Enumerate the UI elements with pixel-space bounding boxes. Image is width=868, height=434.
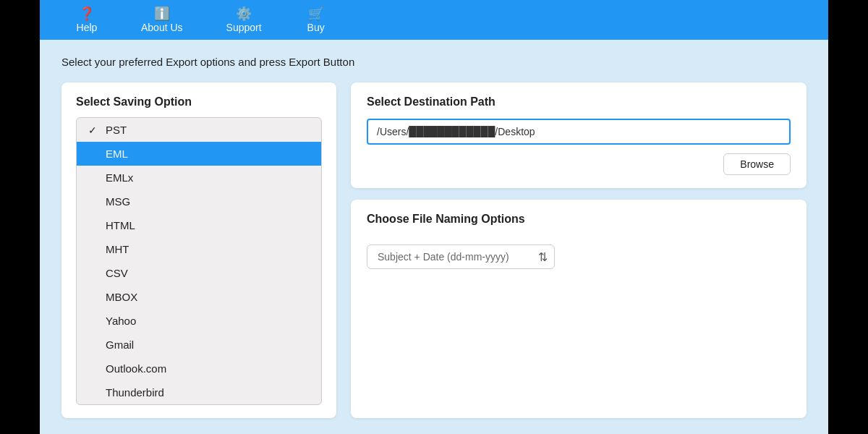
saving-option-csv[interactable]: CSV (77, 261, 321, 285)
panels-row: Select Saving Option ✓PSTEMLEMLxMSGHTMLM… (61, 82, 807, 418)
nav-label-help: Help (77, 22, 98, 33)
browse-button[interactable]: Browse (723, 153, 791, 175)
saving-options-list: ✓PSTEMLEMLxMSGHTMLMHTCSVMBOXYahooGmailOu… (76, 117, 322, 405)
check-mark-icon: ✓ (88, 124, 100, 136)
nav-label-support: Support (226, 22, 262, 33)
nav-item-about-us[interactable]: ℹ️ About Us (119, 3, 205, 38)
export-instruction: Select your preferred Export options and… (61, 56, 807, 68)
saving-option-mbox[interactable]: MBOX (77, 285, 321, 309)
support-icon: ⚙️ (236, 7, 252, 20)
option-label: Outlook.com (106, 362, 166, 375)
saving-option-title: Select Saving Option (76, 95, 322, 109)
nav-item-support[interactable]: ⚙️ Support (205, 3, 284, 38)
saving-option-thunderbird[interactable]: Thunderbird (77, 380, 321, 404)
saving-option-mht[interactable]: MHT (77, 237, 321, 261)
option-label: MHT (106, 243, 129, 255)
right-panels: Select Destination Path Browse Choose Fi… (351, 82, 807, 418)
nav-label-buy: Buy (307, 22, 325, 33)
nav-item-buy[interactable]: 🛒 Buy (284, 3, 349, 38)
nav-item-help[interactable]: ❓ Help (54, 3, 119, 38)
nav-label-about-us: About Us (141, 22, 183, 33)
destination-title: Select Destination Path (367, 95, 791, 109)
option-label: HTML (106, 219, 135, 231)
top-nav: ❓ Help ℹ️ About Us ⚙️ Support 🛒 Buy (40, 0, 828, 40)
about-icon: ℹ️ (154, 7, 170, 20)
saving-option-yahoo[interactable]: Yahoo (77, 309, 321, 333)
path-input-row: Browse (367, 119, 791, 175)
naming-title: Choose File Naming Options (367, 213, 791, 226)
buy-icon: 🛒 (308, 7, 324, 20)
option-label: CSV (106, 267, 128, 279)
path-input[interactable] (367, 119, 791, 145)
saving-option-outlook.com[interactable]: Outlook.com (77, 357, 321, 380)
main-content: Select your preferred Export options and… (40, 40, 828, 434)
option-label: MBOX (106, 291, 137, 303)
saving-option-gmail[interactable]: Gmail (77, 333, 321, 357)
saving-option-eml[interactable]: EML (77, 142, 321, 166)
browse-row: Browse (367, 153, 791, 175)
option-label: Gmail (106, 339, 134, 351)
saving-option-msg[interactable]: MSG (77, 190, 321, 213)
option-label: MSG (106, 195, 130, 208)
option-label: EMLx (106, 171, 133, 184)
naming-select-wrapper: Subject + Date (dd-mm-yyyy)Subject onlyD… (367, 244, 555, 269)
destination-panel: Select Destination Path Browse (351, 82, 807, 188)
saving-option-pst[interactable]: ✓PST (77, 118, 321, 142)
saving-option-html[interactable]: HTML (77, 213, 321, 237)
option-label: Thunderbird (106, 386, 164, 399)
option-label: EML (106, 148, 128, 160)
naming-panel: Choose File Naming Options Subject + Dat… (351, 200, 807, 418)
app-wrapper: ❓ Help ℹ️ About Us ⚙️ Support 🛒 Buy Sele… (40, 0, 828, 434)
naming-select[interactable]: Subject + Date (dd-mm-yyyy)Subject onlyD… (367, 244, 555, 269)
option-label: Yahoo (106, 315, 136, 327)
help-icon: ❓ (79, 7, 95, 20)
option-label: PST (106, 124, 127, 136)
left-panel: Select Saving Option ✓PSTEMLEMLxMSGHTMLM… (61, 82, 336, 418)
saving-option-emlx[interactable]: EMLx (77, 166, 321, 190)
